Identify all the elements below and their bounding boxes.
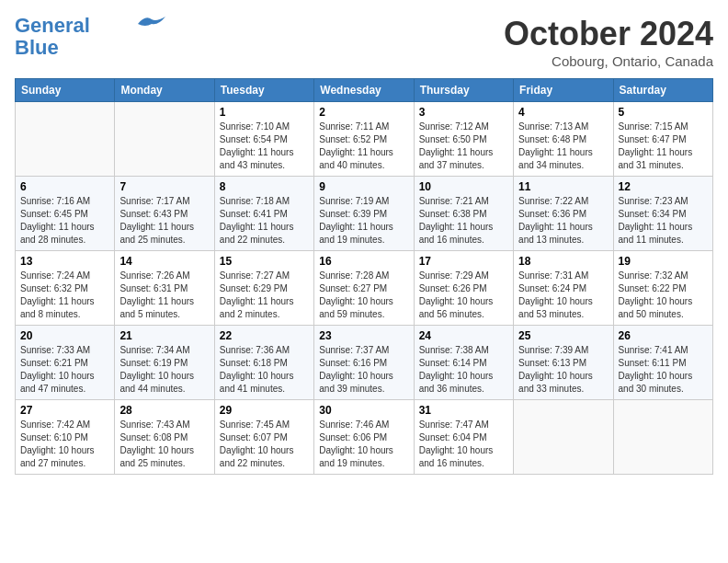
calendar-cell — [115, 102, 214, 177]
calendar-cell: 23Sunrise: 7:37 AM Sunset: 6:16 PM Dayli… — [314, 326, 414, 400]
calendar-cell: 17Sunrise: 7:29 AM Sunset: 6:26 PM Dayli… — [414, 251, 513, 326]
col-header-monday: Monday — [115, 79, 214, 102]
day-info: Sunrise: 7:33 AM Sunset: 6:21 PM Dayligh… — [20, 344, 109, 396]
calendar-cell: 4Sunrise: 7:13 AM Sunset: 6:48 PM Daylig… — [514, 102, 613, 177]
calendar-cell: 25Sunrise: 7:39 AM Sunset: 6:13 PM Dayli… — [514, 326, 613, 400]
calendar-cell: 19Sunrise: 7:32 AM Sunset: 6:22 PM Dayli… — [613, 251, 712, 326]
day-info: Sunrise: 7:22 AM Sunset: 6:36 PM Dayligh… — [518, 195, 608, 247]
day-number: 18 — [518, 255, 608, 268]
calendar-cell: 12Sunrise: 7:23 AM Sunset: 6:34 PM Dayli… — [613, 177, 712, 251]
calendar-cell: 16Sunrise: 7:28 AM Sunset: 6:27 PM Dayli… — [314, 251, 414, 326]
month-title: October 2024 — [504, 15, 713, 53]
day-number: 31 — [419, 404, 508, 417]
calendar-cell: 14Sunrise: 7:26 AM Sunset: 6:31 PM Dayli… — [115, 251, 214, 326]
day-number: 12 — [619, 180, 708, 193]
day-info: Sunrise: 7:41 AM Sunset: 6:11 PM Dayligh… — [619, 344, 708, 396]
day-info: Sunrise: 7:32 AM Sunset: 6:22 PM Dayligh… — [619, 270, 708, 321]
day-number: 15 — [220, 255, 309, 268]
calendar-cell: 9Sunrise: 7:19 AM Sunset: 6:39 PM Daylig… — [314, 177, 414, 251]
logo: General Blue — [15, 15, 165, 59]
day-number: 2 — [319, 106, 408, 119]
day-info: Sunrise: 7:29 AM Sunset: 6:26 PM Dayligh… — [419, 270, 508, 321]
day-number: 28 — [119, 404, 209, 417]
day-info: Sunrise: 7:36 AM Sunset: 6:18 PM Dayligh… — [220, 344, 309, 396]
day-number: 22 — [220, 329, 309, 342]
day-info: Sunrise: 7:31 AM Sunset: 6:24 PM Dayligh… — [518, 270, 608, 321]
day-info: Sunrise: 7:12 AM Sunset: 6:50 PM Dayligh… — [419, 121, 508, 172]
calendar-cell: 24Sunrise: 7:38 AM Sunset: 6:14 PM Dayli… — [414, 326, 513, 400]
day-number: 14 — [119, 255, 209, 268]
day-number: 24 — [419, 329, 508, 342]
day-info: Sunrise: 7:38 AM Sunset: 6:14 PM Dayligh… — [419, 344, 508, 396]
calendar-cell: 6Sunrise: 7:16 AM Sunset: 6:45 PM Daylig… — [16, 177, 115, 251]
bird-icon — [138, 15, 165, 31]
col-header-sunday: Sunday — [16, 79, 115, 102]
calendar-cell: 31Sunrise: 7:47 AM Sunset: 6:04 PM Dayli… — [414, 400, 513, 475]
day-number: 16 — [319, 255, 408, 268]
day-number: 21 — [119, 329, 209, 342]
day-number: 6 — [20, 180, 109, 193]
col-header-wednesday: Wednesday — [314, 79, 414, 102]
calendar-cell: 2Sunrise: 7:11 AM Sunset: 6:52 PM Daylig… — [314, 102, 414, 177]
calendar-cell: 21Sunrise: 7:34 AM Sunset: 6:19 PM Dayli… — [115, 326, 214, 400]
calendar-cell: 13Sunrise: 7:24 AM Sunset: 6:32 PM Dayli… — [16, 251, 115, 326]
day-info: Sunrise: 7:23 AM Sunset: 6:34 PM Dayligh… — [619, 195, 708, 247]
day-info: Sunrise: 7:18 AM Sunset: 6:41 PM Dayligh… — [220, 195, 309, 247]
day-number: 25 — [518, 329, 608, 342]
col-header-friday: Friday — [514, 79, 613, 102]
page-header: General Blue October 2024 Cobourg, Ontar… — [15, 15, 713, 69]
calendar-cell: 28Sunrise: 7:43 AM Sunset: 6:08 PM Dayli… — [115, 400, 214, 475]
col-header-tuesday: Tuesday — [214, 79, 313, 102]
day-info: Sunrise: 7:16 AM Sunset: 6:45 PM Dayligh… — [20, 195, 109, 247]
day-info: Sunrise: 7:21 AM Sunset: 6:38 PM Dayligh… — [419, 195, 508, 247]
day-info: Sunrise: 7:26 AM Sunset: 6:31 PM Dayligh… — [119, 270, 209, 321]
calendar-cell: 30Sunrise: 7:46 AM Sunset: 6:06 PM Dayli… — [314, 400, 414, 475]
calendar-cell: 10Sunrise: 7:21 AM Sunset: 6:38 PM Dayli… — [414, 177, 513, 251]
calendar-cell: 18Sunrise: 7:31 AM Sunset: 6:24 PM Dayli… — [514, 251, 613, 326]
day-info: Sunrise: 7:19 AM Sunset: 6:39 PM Dayligh… — [319, 195, 408, 247]
day-number: 13 — [20, 255, 109, 268]
day-info: Sunrise: 7:37 AM Sunset: 6:16 PM Dayligh… — [319, 344, 408, 396]
calendar-table: SundayMondayTuesdayWednesdayThursdayFrid… — [15, 78, 713, 475]
day-info: Sunrise: 7:27 AM Sunset: 6:29 PM Dayligh… — [220, 270, 309, 321]
col-header-saturday: Saturday — [613, 79, 712, 102]
day-number: 7 — [119, 180, 209, 193]
calendar-cell — [16, 102, 115, 177]
calendar-cell: 22Sunrise: 7:36 AM Sunset: 6:18 PM Dayli… — [214, 326, 313, 400]
day-number: 26 — [619, 329, 708, 342]
day-info: Sunrise: 7:15 AM Sunset: 6:47 PM Dayligh… — [619, 121, 708, 172]
day-number: 1 — [220, 106, 309, 119]
day-info: Sunrise: 7:17 AM Sunset: 6:43 PM Dayligh… — [119, 195, 209, 247]
calendar-cell: 15Sunrise: 7:27 AM Sunset: 6:29 PM Dayli… — [214, 251, 313, 326]
title-block: October 2024 Cobourg, Ontario, Canada — [504, 15, 713, 69]
calendar-cell: 1Sunrise: 7:10 AM Sunset: 6:54 PM Daylig… — [214, 102, 313, 177]
day-info: Sunrise: 7:46 AM Sunset: 6:06 PM Dayligh… — [319, 419, 408, 470]
day-info: Sunrise: 7:28 AM Sunset: 6:27 PM Dayligh… — [319, 270, 408, 321]
day-number: 3 — [419, 106, 508, 119]
day-info: Sunrise: 7:39 AM Sunset: 6:13 PM Dayligh… — [518, 344, 608, 396]
calendar-cell: 3Sunrise: 7:12 AM Sunset: 6:50 PM Daylig… — [414, 102, 513, 177]
day-number: 11 — [518, 180, 608, 193]
day-info: Sunrise: 7:13 AM Sunset: 6:48 PM Dayligh… — [518, 121, 608, 172]
calendar-cell: 8Sunrise: 7:18 AM Sunset: 6:41 PM Daylig… — [214, 177, 313, 251]
day-info: Sunrise: 7:45 AM Sunset: 6:07 PM Dayligh… — [220, 419, 309, 470]
day-number: 29 — [220, 404, 309, 417]
day-number: 19 — [619, 255, 708, 268]
day-number: 4 — [518, 106, 608, 119]
day-info: Sunrise: 7:47 AM Sunset: 6:04 PM Dayligh… — [419, 419, 508, 470]
day-info: Sunrise: 7:11 AM Sunset: 6:52 PM Dayligh… — [319, 121, 408, 172]
calendar-cell — [514, 400, 613, 475]
day-number: 27 — [20, 404, 109, 417]
day-info: Sunrise: 7:34 AM Sunset: 6:19 PM Dayligh… — [119, 344, 209, 396]
calendar-cell: 20Sunrise: 7:33 AM Sunset: 6:21 PM Dayli… — [16, 326, 115, 400]
day-number: 17 — [419, 255, 508, 268]
day-info: Sunrise: 7:42 AM Sunset: 6:10 PM Dayligh… — [20, 419, 109, 470]
calendar-cell: 29Sunrise: 7:45 AM Sunset: 6:07 PM Dayli… — [214, 400, 313, 475]
calendar-cell: 7Sunrise: 7:17 AM Sunset: 6:43 PM Daylig… — [115, 177, 214, 251]
calendar-cell: 5Sunrise: 7:15 AM Sunset: 6:47 PM Daylig… — [613, 102, 712, 177]
calendar-cell: 11Sunrise: 7:22 AM Sunset: 6:36 PM Dayli… — [514, 177, 613, 251]
day-number: 8 — [220, 180, 309, 193]
day-number: 30 — [319, 404, 408, 417]
day-info: Sunrise: 7:10 AM Sunset: 6:54 PM Dayligh… — [220, 121, 309, 172]
day-number: 23 — [319, 329, 408, 342]
